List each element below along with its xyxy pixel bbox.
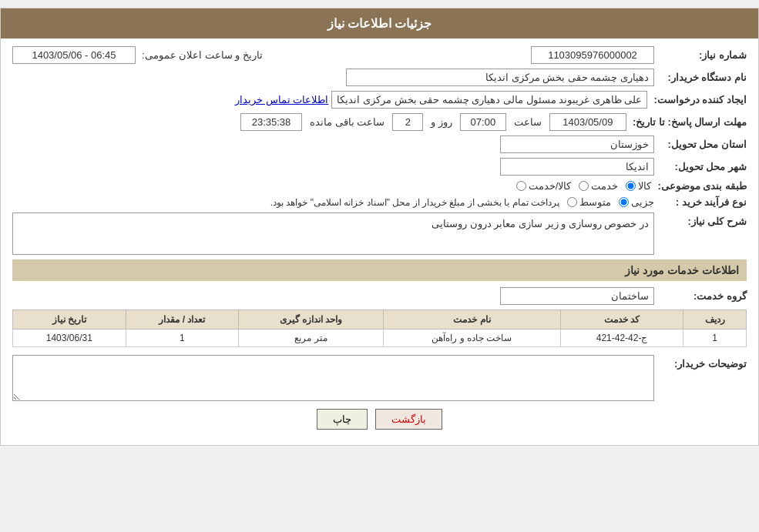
creator-row: ایجاد کننده درخواست: علی ظاهری غریبوند م…: [12, 91, 747, 109]
process-medium: متوسط: [567, 196, 611, 208]
table-row: 1 ج-42-42-421 ساخت جاده و راه‌آهن متر مر…: [13, 330, 747, 347]
process-note: پرداخت تمام یا بخشی از مبلغ خریدار از مح…: [270, 197, 559, 208]
description-row: شرح کلی نیاز: در خصوص روسازی و زیر سازی …: [12, 212, 747, 255]
process-partial-label: جزیی: [631, 196, 654, 208]
contact-link[interactable]: اطلاعات تماس خریدار: [235, 94, 328, 105]
province-row: استان محل تحویل: خوزستان: [12, 136, 747, 153]
city-row: شهر محل تحویل: اندیکا: [12, 158, 747, 176]
category-kala-radio[interactable]: [626, 181, 636, 191]
deadline-row: مهلت ارسال پاسخ: تا تاریخ: 1403/05/09 سا…: [12, 113, 747, 131]
buyer-notes-row: توضیحات خریدار:: [12, 355, 747, 401]
cell-quantity: 1: [126, 330, 238, 347]
service-group-label: گروه خدمت:: [654, 290, 747, 302]
category-kala-label: کالا: [638, 180, 651, 192]
col-quantity: تعداد / مقدار: [126, 310, 238, 330]
print-button[interactable]: چاپ: [317, 409, 368, 430]
deadline-days: 2: [392, 113, 423, 131]
deadline-days-label: روز و: [431, 116, 452, 128]
need-number-label: شماره نیاز:: [654, 49, 747, 61]
cell-date: 1403/06/31: [13, 330, 126, 347]
col-row: ردیف: [683, 310, 747, 330]
process-medium-label: متوسط: [579, 196, 611, 208]
description-label: شرح کلی نیاز:: [654, 212, 747, 227]
process-radio-group: متوسط جزیی: [567, 196, 654, 208]
buyer-org-value: دهیاری چشمه حقی بخش مرکزی اندیکا: [346, 69, 654, 86]
page-title: جزئیات اطلاعات نیاز: [1, 8, 758, 38]
service-group-row: گروه خدمت: ساختمان: [12, 287, 747, 305]
announcement-date-label: تاریخ و ساعت اعلان عمومی:: [136, 49, 263, 61]
deadline-time-label: ساعت: [514, 116, 542, 128]
buyer-notes-label: توضیحات خریدار:: [654, 355, 747, 370]
deadline-time: 07:00: [460, 113, 506, 131]
deadline-label: مهلت ارسال پاسخ: تا تاریخ:: [626, 116, 747, 128]
city-value: اندیکا: [500, 158, 654, 176]
process-row: نوع فرآیند خرید : متوسط جزیی پرداخت تمام…: [12, 196, 747, 208]
description-value: در خصوص روسازی و زیر سازی معابر درون روس…: [12, 212, 654, 255]
cell-unit: متر مربع: [239, 330, 384, 347]
back-button[interactable]: بازگشت: [375, 409, 442, 430]
col-code: کد خدمت: [560, 310, 683, 330]
category-kala-service: کالا/خدمت: [516, 180, 572, 192]
page-wrapper: جزئیات اطلاعات نیاز شماره نیاز: 11030959…: [0, 8, 759, 446]
deadline-datetime: 1403/05/09 ساعت 07:00 روز و 2 ساعت باقی …: [240, 113, 626, 131]
services-table-section: ردیف کد خدمت نام خدمت واحد اندازه گیری ت…: [12, 309, 747, 347]
deadline-remaining: 23:35:38: [240, 113, 302, 131]
category-service-radio[interactable]: [579, 181, 589, 191]
cell-row: 1: [683, 330, 747, 347]
category-radio-group: کالا/خدمت خدمت کالا: [516, 180, 652, 192]
category-row: طبقه بندی موضوعی: کالا/خدمت خدمت کالا: [12, 180, 747, 192]
province-label: استان محل تحویل:: [654, 139, 747, 150]
button-row: بازگشت چاپ: [12, 409, 747, 430]
cell-code: ج-42-42-421: [560, 330, 683, 347]
category-service-label: خدمت: [591, 180, 618, 192]
col-name: نام خدمت: [383, 310, 560, 330]
announcement-date-value: 1403/05/06 - 06:45: [12, 46, 136, 64]
category-label: طبقه بندی موضوعی:: [651, 180, 747, 192]
service-group-value: ساختمان: [500, 287, 654, 305]
process-label: نوع فرآیند خرید :: [654, 196, 747, 208]
deadline-date: 1403/05/09: [549, 113, 626, 131]
process-partial-radio[interactable]: [619, 197, 629, 207]
col-unit: واحد اندازه گیری: [239, 310, 384, 330]
need-number-row: شماره نیاز: 1103095976000002 تاریخ و ساع…: [12, 46, 747, 64]
category-kala-service-label: کالا/خدمت: [529, 180, 572, 192]
city-label: شهر محل تحویل:: [654, 161, 747, 172]
creator-value: علی ظاهری غریبوند مسئول مالی دهیاری چشمه…: [331, 91, 647, 109]
creator-label: ایجاد کننده درخواست:: [647, 94, 747, 105]
buyer-org-row: نام دستگاه خریدار: دهیاری چشمه حقی بخش م…: [12, 69, 747, 86]
services-section-title: اطلاعات خدمات مورد نیاز: [12, 259, 747, 281]
process-partial: جزیی: [619, 196, 654, 208]
services-table: ردیف کد خدمت نام خدمت واحد اندازه گیری ت…: [12, 309, 747, 347]
process-medium-radio[interactable]: [567, 197, 577, 207]
deadline-remaining-label: ساعت باقی مانده: [310, 116, 385, 128]
need-number-value: 1103095976000002: [531, 46, 654, 64]
buyer-notes-textarea[interactable]: [12, 355, 654, 401]
cell-name: ساخت جاده و راه‌آهن: [383, 330, 560, 347]
category-kala: کالا: [626, 180, 651, 192]
buyer-org-label: نام دستگاه خریدار:: [654, 72, 747, 83]
col-date: تاریخ نیاز: [13, 310, 126, 330]
category-service: خدمت: [579, 180, 618, 192]
category-kala-service-radio[interactable]: [516, 181, 526, 191]
main-content: شماره نیاز: 1103095976000002 تاریخ و ساع…: [1, 38, 758, 445]
province-value: خوزستان: [500, 136, 654, 153]
